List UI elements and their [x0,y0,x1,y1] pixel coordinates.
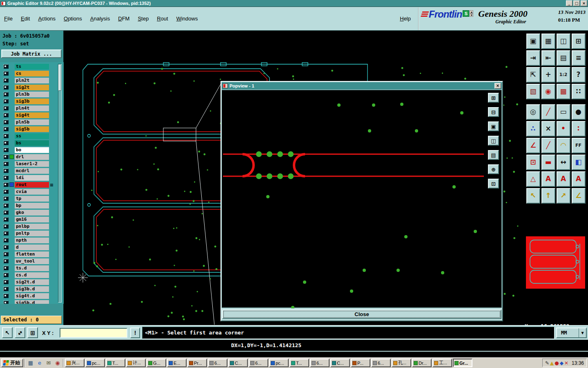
pop-zoom-out-icon[interactable]: ⊟ [488,107,499,117]
filled-pad-icon[interactable]: ● [572,104,586,120]
help-tool-icon[interactable]: ? [572,67,586,83]
layer-row-gko[interactable]: gko [0,209,64,216]
layer-checkbox[interactable] [3,273,9,277]
layer-name-label[interactable]: pnlbp [15,224,49,229]
layer-name-label[interactable]: sig2t [15,85,49,90]
task-button[interactable]: 孔... [392,359,411,367]
layer-name-label[interactable]: pln2t [15,78,49,83]
layer-name-label[interactable]: cvia [15,189,49,195]
tile-windows-icon[interactable]: ⊞ [572,34,586,49]
measure-arrow-icon[interactable]: ∠ [572,188,586,204]
popview-titlebar[interactable]: Popview - 1 × [222,82,502,90]
pad-pair-icon[interactable]: ∶ [572,121,586,137]
task-button[interactable]: pc... [85,359,105,367]
menu-help[interactable]: Help [396,16,415,22]
screen-capture-icon[interactable]: ▦ [541,34,555,49]
layer-checkbox[interactable] [3,120,9,124]
layer-row-ldi[interactable]: ldi [0,174,64,181]
zoom-corner-icon[interactable]: ⇱ [526,67,540,83]
close-button[interactable]: Close [222,310,501,319]
layer-row-pnlbp[interactable]: pnlbp [0,223,64,230]
layer-name-label[interactable]: pln4t [15,105,49,111]
layer-row-bp[interactable]: bp [0,202,64,209]
maximize-button[interactable]: □ [573,0,580,6]
layer-row-rout[interactable]: rout▦ [0,181,64,188]
layer-name-label[interactable]: gm16 [15,217,49,222]
layer-row-bo[interactable]: bo [0,146,64,153]
layer-name-label[interactable]: pln5b [15,119,49,125]
layer-checkbox[interactable] [3,224,9,229]
export-view-icon[interactable]: ⇤ [541,50,555,66]
minimize-button[interactable]: _ [566,0,572,6]
layer-row-mcdrl[interactable]: mcdrl [0,167,64,174]
job-matrix-button[interactable]: Job Matrix ... [1,49,62,58]
frontline-s-icon[interactable]: S [463,10,469,17]
task-button[interactable]: Gr... [453,359,472,367]
layer-row-sig5b[interactable]: sig5b [0,126,64,132]
menu-rout[interactable]: Rout [153,16,172,22]
layer-checkbox[interactable] [3,196,9,201]
pop-target-icon[interactable]: ⊕ [488,164,499,174]
menu-step[interactable]: Step [134,16,153,22]
layer-row-flatten[interactable]: flatten [0,251,64,258]
zoom-ratio-button[interactable]: 1:2 [557,67,570,83]
layer-name-label[interactable]: gko [15,210,49,215]
layer-name-label[interactable]: sig3b [15,99,49,104]
layer-checkbox[interactable] [3,294,9,298]
layer-checkbox[interactable] [3,238,9,242]
angle-tool-icon[interactable]: ∠ [526,138,540,153]
layer-name-label[interactable]: drl [15,154,49,160]
triangle-tool-icon[interactable]: △ [526,171,540,187]
layer-name-label[interactable]: mcdrl [15,168,49,174]
task-button[interactable]: C... [330,359,350,367]
dimension-tool-icon[interactable]: ↔ [557,155,570,170]
layer-checkbox[interactable] [3,127,9,131]
layer-row-laser1-2[interactable]: laser1-2 [0,160,64,167]
menu-file[interactable]: File [0,16,17,22]
popview-close-icon[interactable]: × [494,83,501,89]
segment-tool-icon[interactable]: ▬ [541,155,555,170]
input-method-tray-icon[interactable]: ✎ [545,361,549,366]
layer-name-label[interactable]: sig5b.d [15,300,49,304]
layer-row-gm16[interactable]: gm16 [0,216,64,223]
task-button[interactable]: 6... [371,359,391,367]
layer-checkbox[interactable] [3,134,9,138]
import-view-icon[interactable]: ⇥ [526,50,540,66]
pad-frame-icon[interactable]: ⊡ [526,155,540,170]
dropdown-arrow-icon[interactable]: ▼ [579,328,586,337]
layer-name-label[interactable]: laser1-2 [15,161,49,167]
layer-checkbox[interactable] [3,71,9,76]
units-dropdown[interactable]: MM ▼ [556,328,587,338]
layer-name-label[interactable]: ldi [15,175,49,181]
layer-row-pln3b[interactable]: pln3b [0,91,64,98]
line-tool-icon[interactable]: ╱ [541,138,555,153]
antivirus-tray-icon[interactable]: ✕ [564,361,568,366]
select-box-arrow-icon[interactable]: ↗ [557,188,570,204]
layer-checkbox[interactable] [3,155,9,159]
menu-options[interactable]: Options [60,16,86,22]
mail-icon[interactable]: ✉ [45,359,53,367]
layer-row-tp[interactable]: tp [0,195,64,202]
task-button[interactable]: Pr... [187,359,207,367]
show-desktop-icon[interactable]: ▦ [27,359,35,367]
layer-checkbox[interactable] [3,203,9,208]
menu-actions[interactable]: Actions [34,16,60,22]
task-button[interactable]: 计... [126,359,146,367]
layer-row-bs[interactable]: bs [0,139,64,146]
layer-row-sig2t.d[interactable]: sig2t.d [0,278,64,285]
pop-window-icon[interactable]: ▣ [488,121,499,131]
task-button[interactable]: T... [290,359,309,367]
scrollbar-thumb[interactable] [58,65,61,91]
layer-row-drl[interactable]: drl [0,153,64,160]
layer-row-sig4t[interactable]: sig4t [0,112,64,119]
browser-icon[interactable]: e [36,359,44,367]
task-button[interactable]: C... [228,359,248,367]
layer-name-label[interactable]: sig3b.d [15,286,49,292]
layer-name-label[interactable]: cs.d [15,272,49,278]
menu-edit[interactable]: Edit [17,16,34,22]
pop-layers-icon[interactable]: ▤ [488,150,499,160]
profile-lines-icon[interactable]: ≡ [572,50,586,66]
menu-analysis[interactable]: Analysis [86,16,114,22]
layer-name-label[interactable]: ts.d [15,265,49,271]
layer-checkbox[interactable] [3,287,9,291]
